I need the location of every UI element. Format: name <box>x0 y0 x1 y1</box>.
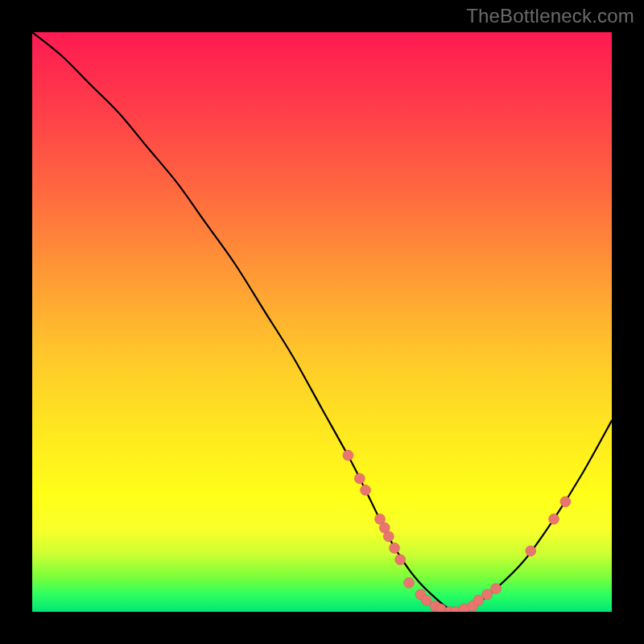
data-marker <box>491 584 502 594</box>
data-marker <box>343 450 353 460</box>
data-marker <box>549 514 559 524</box>
data-marker <box>560 497 571 507</box>
data-marker <box>473 595 484 605</box>
data-marker <box>354 473 365 484</box>
data-marker <box>404 578 415 588</box>
data-marker <box>526 546 536 556</box>
data-marker <box>361 485 371 495</box>
marker-group <box>343 450 571 612</box>
chart-svg <box>32 32 612 612</box>
data-marker <box>395 555 406 565</box>
data-marker <box>482 589 493 600</box>
data-marker <box>383 531 394 542</box>
curve-line <box>32 32 612 612</box>
data-marker <box>390 543 400 553</box>
data-marker <box>421 595 431 605</box>
watermark-label: TheBottleneck.com <box>466 5 634 27</box>
chart-container: TheBottleneck.com <box>0 0 644 644</box>
